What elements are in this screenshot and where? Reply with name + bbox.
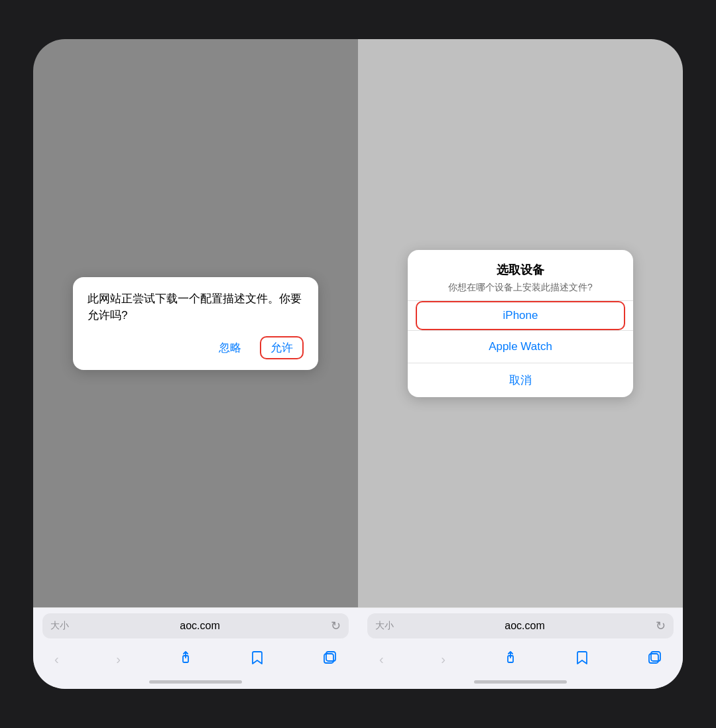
left-size-label: 大小 (50, 620, 69, 632)
dialog-title: 选取设备 (421, 262, 620, 278)
left-url: aoc.com (69, 620, 331, 632)
left-home-indicator (149, 680, 242, 684)
left-back-button[interactable]: ‹ (49, 649, 64, 670)
right-nav-bar: ‹ › (367, 644, 674, 678)
right-share-button[interactable] (498, 648, 523, 671)
right-forward-button[interactable]: › (436, 649, 451, 670)
dialog-header: 选取设备 你想在哪个设备上安装此描述文件? (408, 250, 633, 300)
svg-rect-5 (651, 652, 660, 661)
right-reload-button[interactable]: ↻ (656, 619, 666, 633)
allow-dialog: 此网站正尝试下载一个配置描述文件。你要允许吗? 忽略 允许 (73, 277, 318, 370)
right-address-bar[interactable]: 大小 aoc.com ↻ (367, 613, 674, 638)
right-url: aoc.com (394, 620, 656, 632)
dialog-subtitle: 你想在哪个设备上安装此描述文件? (421, 282, 620, 294)
left-tabs-button[interactable] (317, 648, 342, 671)
right-tabs-button[interactable] (642, 648, 667, 671)
dialog-message: 此网站正尝试下载一个配置描述文件。你要允许吗? (88, 290, 304, 324)
iphone-button[interactable]: iPhone (417, 302, 624, 329)
left-content-area: 此网站正尝试下载一个配置描述文件。你要允许吗? 忽略 允许 (33, 39, 358, 607)
left-reload-button[interactable]: ↻ (331, 619, 341, 633)
ignore-button[interactable]: 忽略 (213, 337, 247, 358)
right-panel: 选取设备 你想在哪个设备上安装此描述文件? iPhone Apple Watch… (358, 39, 683, 689)
select-device-dialog: 选取设备 你想在哪个设备上安装此描述文件? iPhone Apple Watch… (408, 250, 633, 397)
svg-rect-4 (649, 654, 658, 663)
left-bottom-bar: 大小 aoc.com ↻ ‹ › (33, 607, 358, 689)
right-size-label: 大小 (375, 620, 394, 632)
right-home-indicator (474, 680, 567, 684)
app-container: 此网站正尝试下载一个配置描述文件。你要允许吗? 忽略 允许 大小 aoc.com… (33, 39, 683, 689)
right-back-button[interactable]: ‹ (374, 649, 389, 670)
apple-watch-button[interactable]: Apple Watch (408, 331, 633, 363)
right-bottom-bar: 大小 aoc.com ↻ ‹ › (358, 607, 683, 689)
iphone-option-wrapper: iPhone (408, 300, 633, 330)
cancel-option-wrapper: 取消 (408, 363, 633, 397)
dialog-actions: 忽略 允许 (88, 336, 304, 359)
right-bookmarks-button[interactable] (569, 648, 595, 671)
cancel-button[interactable]: 取消 (408, 363, 633, 397)
apple-watch-option-wrapper: Apple Watch (408, 330, 633, 363)
right-content-area: 选取设备 你想在哪个设备上安装此描述文件? iPhone Apple Watch… (358, 39, 683, 607)
left-address-bar[interactable]: 大小 aoc.com ↻ (42, 613, 349, 638)
allow-button[interactable]: 允许 (260, 336, 304, 359)
left-forward-button[interactable]: › (111, 649, 126, 670)
left-panel: 此网站正尝试下载一个配置描述文件。你要允许吗? 忽略 允许 大小 aoc.com… (33, 39, 358, 689)
left-nav-bar: ‹ › (42, 644, 349, 678)
left-share-button[interactable] (173, 648, 198, 671)
left-bookmarks-button[interactable] (245, 648, 270, 671)
iphone-option-box: iPhone (416, 301, 625, 330)
